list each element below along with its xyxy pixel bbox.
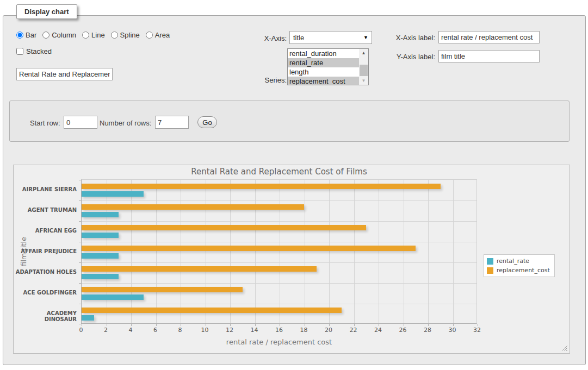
category-label: ACE GOLDFINGER bbox=[14, 290, 77, 296]
series-option-replacement_cost[interactable]: replacement_cost bbox=[288, 77, 359, 85]
start-row-input[interactable] bbox=[64, 116, 97, 129]
x-tick-label: 10 bbox=[194, 327, 216, 334]
x-tick-mark bbox=[305, 324, 305, 326]
bar-rental-rate-5 bbox=[82, 294, 144, 300]
gridline-vertical bbox=[156, 180, 157, 323]
x-tick-label: 4 bbox=[120, 327, 141, 334]
series-field-label: Series: bbox=[228, 76, 287, 84]
x-tick-label: 26 bbox=[392, 327, 414, 334]
x-tick-label: 30 bbox=[442, 327, 463, 334]
x-tick-mark bbox=[379, 324, 379, 326]
legend-item-rental_rate: rental_rate bbox=[487, 258, 550, 265]
bar-rental-rate-0 bbox=[82, 191, 144, 197]
chart-type-label: Line bbox=[91, 31, 105, 39]
chart-type-radio-column[interactable] bbox=[42, 32, 49, 39]
chart-type-option-column: Column bbox=[42, 31, 76, 39]
x-tick-label: 2 bbox=[95, 327, 117, 334]
series-listbox[interactable]: rental_durationrental_ratelengthreplacem… bbox=[287, 48, 369, 85]
series-option-rental_duration[interactable]: rental_duration bbox=[288, 49, 359, 58]
chart-type-option-area: Area bbox=[146, 31, 170, 39]
listbox-scrollbar[interactable]: ▲▼ bbox=[359, 49, 368, 85]
chart-type-label: Bar bbox=[26, 31, 36, 39]
x-tick-label: 18 bbox=[293, 327, 315, 334]
chart-type-radio-area[interactable] bbox=[146, 32, 153, 39]
x-tick-label: 14 bbox=[244, 327, 265, 334]
gridline-horizontal bbox=[82, 200, 476, 201]
gridline-vertical bbox=[305, 180, 305, 323]
plot-area bbox=[81, 179, 477, 324]
resize-grip-icon[interactable] bbox=[561, 345, 568, 352]
bar-replacement-cost-6 bbox=[82, 308, 342, 313]
x-tick-mark bbox=[255, 324, 256, 326]
x-tick-mark bbox=[428, 324, 429, 326]
series-option-length[interactable]: length bbox=[288, 67, 359, 77]
chart-title: Rental Rate and Replacement Cost of Film… bbox=[81, 167, 477, 177]
y-tick-mark bbox=[79, 262, 81, 263]
chart-type-label: Area bbox=[155, 31, 170, 39]
chart-type-option-bar: Bar bbox=[16, 31, 36, 39]
bar-replacement-cost-4 bbox=[82, 266, 317, 272]
legend-swatch-rental_rate bbox=[487, 258, 493, 265]
scroll-down-icon[interactable]: ▼ bbox=[359, 77, 368, 85]
x-tick-mark bbox=[156, 324, 157, 326]
series-option-rental_rate[interactable]: rental_rate bbox=[288, 58, 359, 67]
stacked-label: Stacked bbox=[26, 47, 52, 55]
gridline-horizontal bbox=[82, 242, 476, 242]
x-tick-mark bbox=[107, 324, 107, 326]
bar-rental-rate-1 bbox=[82, 212, 119, 217]
start-row-label: Start row: bbox=[30, 119, 60, 127]
y-tick-mark bbox=[79, 200, 81, 201]
scroll-up-icon[interactable]: ▲ bbox=[359, 49, 368, 57]
gridline-horizontal bbox=[82, 304, 476, 304]
num-rows-label: Number of rows: bbox=[100, 119, 151, 127]
bar-replacement-cost-1 bbox=[82, 204, 304, 210]
chart-x-axis-title: rental rate / replacement cost bbox=[81, 338, 477, 346]
bar-rental-rate-3 bbox=[82, 253, 119, 259]
gridline-vertical bbox=[404, 180, 404, 323]
x-tick-label: 0 bbox=[70, 327, 92, 334]
num-rows-input[interactable] bbox=[155, 116, 189, 129]
x-axis-label-input[interactable] bbox=[438, 31, 540, 43]
x-tick-label: 12 bbox=[219, 327, 240, 334]
legend-label: rental_rate bbox=[497, 258, 529, 265]
chevron-down-icon: ▼ bbox=[363, 35, 368, 40]
chart-title-input[interactable] bbox=[16, 68, 113, 80]
x-tick-mark bbox=[329, 324, 330, 326]
category-label: ACADEMY DINOSAUR bbox=[14, 310, 77, 322]
category-label: AFFAIR PREJUDICE bbox=[14, 248, 77, 254]
x-tick-label: 28 bbox=[417, 327, 438, 334]
bar-rental-rate-6 bbox=[82, 315, 94, 321]
y-axis-label-field-label: Y-Axis label: bbox=[381, 53, 435, 61]
gridline-vertical bbox=[255, 180, 256, 323]
x-axis-field-label: X-Axis: bbox=[228, 34, 287, 42]
gridline-vertical bbox=[131, 180, 132, 323]
y-axis-label-input[interactable] bbox=[438, 50, 540, 62]
y-tick-mark bbox=[79, 180, 81, 180]
stacked-checkbox[interactable] bbox=[16, 48, 23, 55]
x-tick-label: 22 bbox=[343, 327, 364, 334]
bar-replacement-cost-0 bbox=[82, 184, 441, 189]
gridline-vertical bbox=[354, 180, 355, 323]
bar-rental-rate-2 bbox=[82, 233, 119, 238]
y-tick-mark bbox=[79, 283, 81, 284]
category-label: AFRICAN EGG bbox=[14, 228, 77, 234]
x-tick-mark bbox=[280, 324, 280, 326]
chart-type-radio-bar[interactable] bbox=[16, 32, 23, 39]
gridline-vertical bbox=[379, 180, 379, 323]
bar-rental-rate-4 bbox=[82, 274, 119, 279]
go-button[interactable]: Go bbox=[197, 116, 217, 128]
chart-type-radio-spline[interactable] bbox=[111, 32, 118, 39]
x-tick-mark bbox=[230, 324, 231, 326]
x-tick-mark bbox=[354, 324, 355, 326]
y-tick-mark bbox=[79, 324, 81, 324]
legend-swatch-replacement_cost bbox=[487, 267, 493, 274]
x-axis-label-field-label: X-Axis label: bbox=[381, 34, 435, 42]
category-label: AIRPLANE SIERRA bbox=[14, 186, 77, 192]
x-axis-select[interactable]: title ▼ bbox=[289, 31, 372, 44]
bar-replacement-cost-3 bbox=[82, 246, 416, 251]
gridline-horizontal bbox=[82, 283, 476, 284]
legend-item-replacement_cost: replacement_cost bbox=[487, 267, 550, 274]
chart-type-radio-line[interactable] bbox=[82, 32, 89, 39]
category-label: ADAPTATION HOLES bbox=[14, 269, 77, 275]
scrollbar-thumb[interactable] bbox=[360, 65, 368, 76]
